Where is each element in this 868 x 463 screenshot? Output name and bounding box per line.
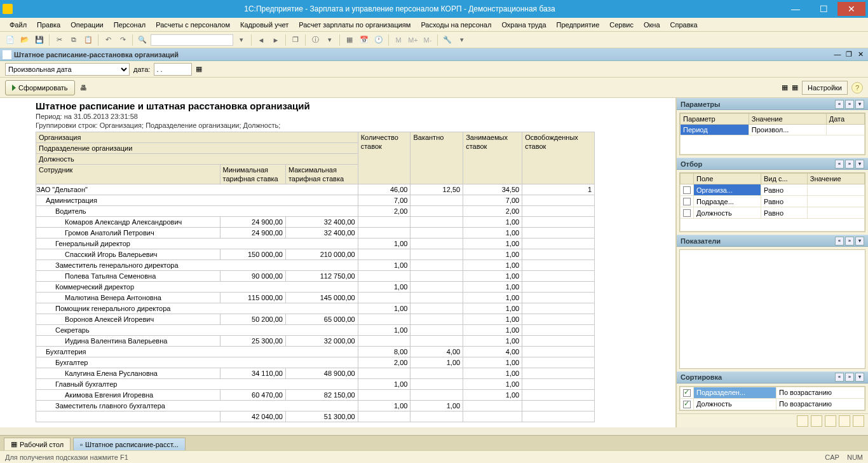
- param-row[interactable]: ПериодПроизвол...: [681, 125, 865, 135]
- table-row[interactable]: Полева Татьяна Семеновна90 000,00112 750…: [36, 271, 595, 282]
- doc-restore-button[interactable]: ❐: [844, 50, 854, 60]
- undo-icon[interactable]: ↶: [102, 34, 114, 46]
- date-picker-icon[interactable]: ▦: [196, 65, 202, 73]
- period-mode-select[interactable]: Произвольная дата: [5, 63, 130, 76]
- help-icon[interactable]: ?: [851, 82, 863, 93]
- status-num: NUM: [847, 453, 863, 461]
- wrench-icon[interactable]: 🔧: [441, 34, 454, 46]
- memory-mminus-icon[interactable]: M-: [421, 34, 434, 46]
- report-pane[interactable]: Штатное расписание и штатная расстановка…: [0, 98, 676, 427]
- back-icon[interactable]: ◄: [255, 34, 268, 46]
- menu-service[interactable]: Сервис: [605, 19, 638, 31]
- date-field[interactable]: . .: [154, 63, 192, 76]
- forward-icon[interactable]: ►: [269, 34, 282, 46]
- paste-icon[interactable]: 📋: [82, 34, 95, 46]
- close-button[interactable]: ✕: [837, 2, 865, 16]
- search-icon[interactable]: 🔍: [136, 34, 149, 46]
- menu-edit[interactable]: Правка: [32, 19, 65, 31]
- panel-next-icon[interactable]: »: [845, 100, 854, 109]
- table-row[interactable]: Главный бухгалтер1,001,00: [36, 379, 595, 390]
- table-row[interactable]: Заместитель генерального директора1,001,…: [36, 260, 595, 271]
- memory-mplus-icon[interactable]: M+: [407, 34, 419, 46]
- menu-enterprise[interactable]: Предприятие: [552, 19, 604, 31]
- menu-calc[interactable]: Расчеты с персоналом: [151, 19, 234, 31]
- save-icon[interactable]: 💾: [33, 34, 46, 46]
- menu-expenses[interactable]: Расходы на персонал: [416, 19, 496, 31]
- search-input[interactable]: [151, 34, 233, 46]
- table-row[interactable]: 42 040,0051 300,00: [36, 411, 595, 422]
- menu-operations[interactable]: Операции: [66, 19, 107, 31]
- table-row[interactable]: Заместитель главного бухгалтера1,001,00: [36, 401, 595, 411]
- checkbox[interactable]: [683, 198, 691, 205]
- mtb-save-icon[interactable]: [853, 415, 864, 427]
- filter-row[interactable]: ДолжностьРавно: [681, 207, 865, 219]
- table-row[interactable]: ЗАО "Дельтаон"46,0012,5034,501: [36, 184, 595, 195]
- sort-row[interactable]: Подразделен...По возрастанию: [681, 387, 865, 398]
- redo-icon[interactable]: ↷: [116, 34, 129, 46]
- clock-icon[interactable]: 🕐: [372, 34, 385, 46]
- menu-personnel[interactable]: Персонал: [109, 19, 151, 31]
- params-panel-header: Параметры «»▾: [677, 98, 868, 110]
- minimize-button[interactable]: —: [782, 2, 810, 16]
- new-icon[interactable]: 📄: [4, 34, 17, 46]
- menu-payroll[interactable]: Расчет зарплаты по организациям: [294, 19, 415, 31]
- filter-row[interactable]: Подразде...Равно: [681, 196, 865, 207]
- menu-windows[interactable]: Окна: [639, 19, 665, 31]
- table-row[interactable]: Громов Анатолий Петрович24 900,0032 400,…: [36, 228, 595, 238]
- calc-icon[interactable]: ▦: [343, 34, 356, 46]
- menu-help[interactable]: Справка: [666, 19, 702, 31]
- panel-menu-icon[interactable]: ▾: [855, 100, 864, 109]
- table-row[interactable]: Калугина Елена Руслановна34 110,0048 900…: [36, 368, 595, 379]
- chart-icon[interactable]: ▦: [782, 83, 788, 92]
- table-row[interactable]: Бухгалтер2,001,001,00: [36, 357, 595, 368]
- table-row[interactable]: Помощник генерального директора1,001,00: [36, 303, 595, 314]
- table-row[interactable]: Малютина Венера Антоновна115 000,00145 0…: [36, 293, 595, 303]
- print-icon[interactable]: 🖶: [80, 84, 87, 92]
- sort-row[interactable]: ДолжностьПо возрастанию: [681, 398, 865, 410]
- windows-icon[interactable]: ❐: [289, 34, 302, 46]
- table-row[interactable]: Администрация7,007,00: [36, 195, 595, 206]
- table-row[interactable]: Коммерческий директор1,001,00: [36, 282, 595, 293]
- table-row[interactable]: Иудина Валентина Валерьевна25 300,0032 0…: [36, 336, 595, 347]
- table-row[interactable]: Секретарь1,001,00: [36, 325, 595, 336]
- table-row[interactable]: Воронов Алексей Игоревич50 200,0065 000,…: [36, 314, 595, 325]
- table-row[interactable]: Генеральный директор1,001,00: [36, 238, 595, 249]
- search-next-icon[interactable]: ▾: [235, 34, 248, 46]
- table-row[interactable]: Бухгалтерия8,004,004,00: [36, 347, 595, 357]
- mtb-open-icon[interactable]: [839, 415, 850, 427]
- dropdown2-icon[interactable]: ▾: [456, 34, 468, 46]
- open-icon[interactable]: 📂: [18, 34, 31, 46]
- table-row[interactable]: Спасский Игорь Валерьевич150 000,00210 0…: [36, 249, 595, 260]
- menu-hr[interactable]: Кадровый учет: [236, 19, 293, 31]
- filter-row[interactable]: Организа...Равно: [681, 184, 865, 196]
- memory-m-icon[interactable]: M: [392, 34, 405, 46]
- tab-desktop[interactable]: ▦Рабочий стол: [4, 438, 71, 450]
- table-row[interactable]: Акимова Евгения Игоревна60 470,0082 150,…: [36, 390, 595, 401]
- mtb-wrench-icon[interactable]: [825, 415, 836, 427]
- checkbox[interactable]: [683, 186, 691, 194]
- menu-file[interactable]: Файл: [5, 19, 31, 31]
- form-button[interactable]: Сформировать: [5, 80, 75, 95]
- doc-minimize-button[interactable]: —: [832, 50, 843, 60]
- cut-icon[interactable]: ✂: [53, 34, 65, 46]
- table-row[interactable]: Водитель2,002,00: [36, 206, 595, 217]
- settings-button[interactable]: Настройки: [802, 81, 848, 95]
- maximize-button[interactable]: ☐: [810, 2, 837, 16]
- dropdown-icon[interactable]: ▾: [323, 34, 336, 46]
- checkbox[interactable]: [683, 389, 691, 397]
- mtb2-icon[interactable]: [811, 415, 822, 427]
- filter-bar: Произвольная дата дата: . . ▦: [0, 61, 868, 78]
- panel-prev-icon[interactable]: «: [835, 100, 844, 109]
- calendar-icon[interactable]: 📅: [358, 34, 370, 46]
- copy-icon[interactable]: ⧉: [67, 34, 80, 46]
- menu-safety[interactable]: Охрана труда: [497, 19, 550, 31]
- info-icon[interactable]: ⓘ: [309, 34, 322, 46]
- tab-document[interactable]: ▫Штатное расписание-расст...: [73, 438, 186, 450]
- grid-icon[interactable]: ▦: [792, 83, 798, 92]
- table-row[interactable]: Комаров Александр Александрович24 900,00…: [36, 217, 595, 228]
- mtb1-icon[interactable]: [797, 415, 808, 427]
- checkbox[interactable]: [683, 209, 691, 217]
- col-min: Минимальная тарифная ставка: [220, 165, 285, 184]
- checkbox[interactable]: [683, 401, 691, 408]
- doc-close-button[interactable]: ✕: [855, 50, 865, 60]
